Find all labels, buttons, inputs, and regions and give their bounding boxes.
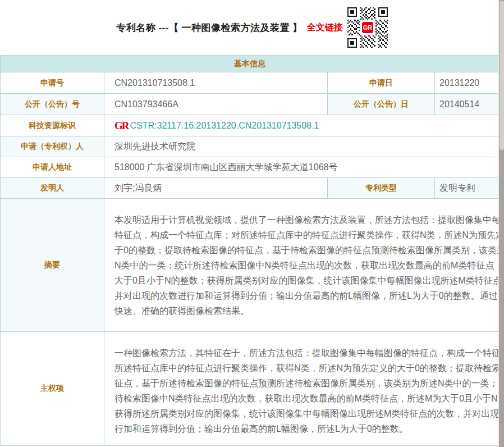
title-bar: 专利名称 ---【 一种图像检索方法及装置 】 全文链接 GR — [0, 0, 504, 55]
address-label: 申请人地址 — [1, 157, 104, 178]
page-title: 专利名称 ---【 一种图像检索方法及装置 】 — [116, 21, 303, 34]
qr-code-image: GR — [347, 7, 388, 48]
claim-text: 一种图像检索方法，其特征在于，所述方法包括：提取图像集中每幅图像的特征点，构成一… — [114, 345, 499, 436]
inventor-label: 发明人 — [1, 178, 104, 199]
abstract-text: 本发明适用于计算机视觉领域，提供了一种图像检索方法及装置，所述方法包括：提取图像… — [114, 212, 499, 318]
row-inventor: 发明人 刘宇;冯良炳 专利类型 发明专利 — [1, 178, 500, 199]
publication-date-label: 公开（公告）日 — [328, 94, 435, 115]
inventor-value: 刘宇;冯良炳 — [104, 178, 328, 199]
section-header-row: 基本信息 — [1, 56, 500, 72]
patent-detail-page: 专利名称 ---【 一种图像检索方法及装置 】 全文链接 GR 基本信 — [0, 0, 504, 447]
qr-gr-label: GR — [363, 24, 372, 31]
vertical-scrollbar[interactable] — [498, 0, 504, 447]
basic-info-table: 基本信息 申请号 CN201310713508.1 申请日 20131220 公… — [0, 55, 500, 446]
cstr-label: 科技资源标识 — [1, 115, 104, 136]
fulltext-link[interactable]: 全文链接 — [307, 22, 343, 34]
claim-label: 主权项 — [1, 332, 104, 446]
row-applicant: 申请（专利权）人 深圳先进技术研究院 — [1, 136, 500, 157]
application-date-label: 申请日 — [328, 72, 435, 94]
publication-date-value: 20140514 — [435, 94, 500, 115]
row-cstr: 科技资源标识 GR CSTR:32117.16.20131220.CN20131… — [1, 115, 500, 136]
patent-type-label: 专利类型 — [328, 178, 435, 199]
row-address: 申请人地址 518000 广东省深圳市南山区西丽大学城学苑大道1068号 — [1, 157, 500, 178]
applicant-label: 申请（专利权）人 — [1, 136, 104, 157]
publication-no-value: CN103793466A — [104, 94, 328, 115]
cstr-link[interactable]: CSTR:32117.16.20131220.CN201310713508.1 — [130, 121, 319, 131]
row-publication-no: 公开（公告）号 CN103793466A 公开（公告）日 20140514 — [1, 94, 500, 115]
scrollbar-thumb[interactable] — [500, 1, 504, 150]
row-claim: 主权项 一种图像检索方法，其特征在于，所述方法包括：提取图像集中每幅图像的特征点… — [1, 332, 500, 446]
publication-no-label: 公开（公告）号 — [1, 94, 104, 115]
application-no-label: 申请号 — [1, 72, 104, 94]
row-application-no: 申请号 CN201310713508.1 申请日 20131220 — [1, 72, 500, 94]
section-header: 基本信息 — [1, 56, 500, 72]
row-abstract: 摘要 本发明适用于计算机视觉领域，提供了一种图像检索方法及装置，所述方法包括：提… — [1, 199, 500, 332]
address-value: 518000 广东省深圳市南山区西丽大学城学苑大道1068号 — [104, 157, 500, 178]
application-date-value: 20131220 — [435, 72, 500, 94]
patent-type-value: 发明专利 — [435, 178, 500, 199]
abstract-label: 摘要 — [1, 199, 104, 332]
applicant-value: 深圳先进技术研究院 — [104, 136, 500, 157]
application-no-value: CN201310713508.1 — [104, 72, 328, 94]
cstr-gr-icon: GR — [114, 120, 129, 131]
